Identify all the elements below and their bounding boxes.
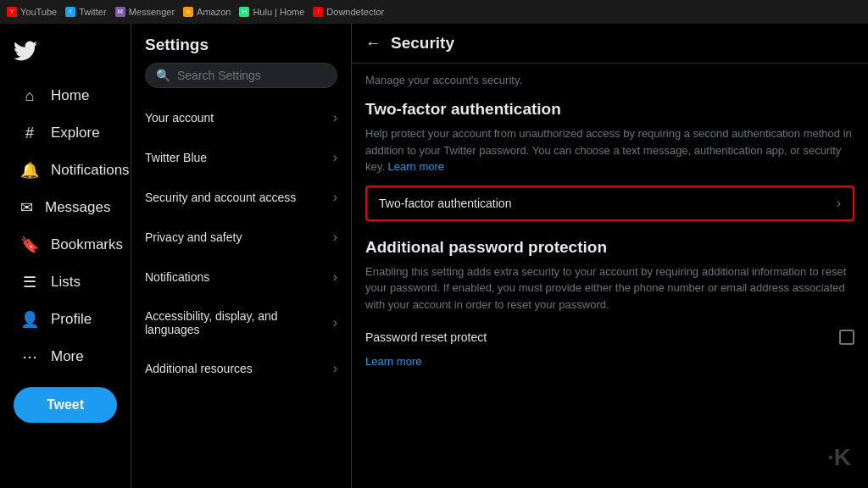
settings-menu: Your account › Twitter Blue › Security a…	[131, 98, 351, 488]
tab-hulu[interactable]: H Hulu | Home	[239, 7, 304, 17]
tweet-button[interactable]: Tweet	[14, 387, 117, 423]
settings-search-box[interactable]: 🔍	[145, 63, 337, 88]
sidebar-item-home-label: Home	[51, 87, 89, 104]
chevron-right-icon: ›	[333, 110, 337, 125]
favicon-messenger-icon: M	[115, 7, 125, 17]
favicon-youtube-icon: Y	[7, 7, 17, 17]
two-factor-authentication-item[interactable]: Two-factor authentication ›	[365, 186, 854, 221]
settings-item-security-access[interactable]: Security and account access ›	[131, 178, 351, 218]
password-reset-row: Password reset protect	[365, 323, 854, 352]
settings-item-your-account[interactable]: Your account ›	[131, 98, 351, 138]
lists-icon: ☰	[20, 273, 39, 291]
settings-item-notifications[interactable]: Notifications ›	[131, 258, 351, 297]
chevron-right-icon: ›	[333, 190, 337, 205]
sidebar-item-messages[interactable]: ✉ Messages	[7, 190, 124, 225]
notifications-icon: 🔔	[20, 161, 39, 180]
search-icon: 🔍	[156, 69, 170, 82]
favicon-hulu-icon: H	[239, 7, 249, 17]
sidebar-item-notifications[interactable]: 🔔 Notifications	[7, 152, 124, 188]
sidebar-item-profile[interactable]: 👤 Profile	[7, 302, 124, 337]
back-button[interactable]: ←	[365, 35, 381, 53]
additional-label: Additional resources	[145, 362, 253, 375]
home-icon: ⌂	[20, 86, 39, 105]
tab-twitter[interactable]: t Twitter	[65, 7, 106, 17]
security-content: Manage your account's security. Two-fact…	[352, 64, 868, 378]
browser-bar: Y YouTube t Twitter M Messenger a Amazon…	[0, 0, 868, 24]
main-layout: ⌂ Home # Explore 🔔 Notifications ✉ Messa…	[0, 24, 868, 488]
settings-item-accessibility[interactable]: Accessibility, display, and languages ›	[131, 297, 351, 349]
two-factor-section-title: Two-factor authentication	[365, 100, 854, 119]
chevron-right-icon: ›	[333, 361, 337, 376]
two-factor-learn-more-link[interactable]: Learn more	[388, 160, 444, 173]
sidebar-item-lists-label: Lists	[51, 274, 81, 291]
tfa-chevron-icon: ›	[837, 196, 841, 211]
twitter-logo[interactable]	[0, 32, 131, 72]
explore-icon: #	[20, 124, 39, 142]
watermark: ·K	[827, 444, 851, 471]
security-panel: ← Security Manage your account's securit…	[352, 24, 868, 488]
favicon-amazon-icon: a	[183, 7, 193, 17]
settings-item-twitter-blue[interactable]: Twitter Blue ›	[131, 138, 351, 178]
sidebar-item-explore-label: Explore	[51, 125, 100, 141]
twitter-bird-icon	[14, 39, 37, 63]
password-reset-learn-more-link[interactable]: Learn more	[365, 355, 854, 368]
additional-password-description: Enabling this setting adds extra securit…	[365, 263, 854, 313]
settings-panel: Settings 🔍 Your account › Twitter Blue ›…	[131, 24, 352, 488]
chevron-right-icon: ›	[333, 315, 337, 330]
password-reset-checkbox[interactable]	[839, 330, 854, 345]
bookmarks-icon: 🔖	[20, 236, 39, 254]
favicon-twitter-icon: t	[65, 7, 75, 17]
sidebar-item-messages-label: Messages	[45, 199, 110, 216]
sidebar-item-more[interactable]: ⋯ More	[7, 339, 124, 374]
more-icon: ⋯	[20, 347, 39, 366]
search-input[interactable]	[177, 69, 326, 82]
privacy-safety-label: Privacy and safety	[145, 230, 242, 244]
security-title: Security	[391, 34, 454, 53]
manage-account-text: Manage your account's security.	[365, 74, 854, 86]
sidebar-item-lists[interactable]: ☰ Lists	[7, 264, 124, 300]
sidebar-item-bookmarks-label: Bookmarks	[51, 236, 123, 253]
two-factor-description: Help protect your account from unauthori…	[365, 125, 854, 175]
tab-youtube[interactable]: Y YouTube	[7, 7, 57, 17]
tfa-item-label: Two-factor authentication	[379, 197, 511, 210]
profile-icon: 👤	[20, 310, 39, 329]
settings-title: Settings	[131, 24, 351, 63]
chevron-right-icon: ›	[333, 230, 337, 245]
security-header: ← Security	[352, 24, 868, 64]
chevron-right-icon: ›	[333, 150, 337, 165]
twitter-blue-label: Twitter Blue	[145, 151, 207, 164]
additional-password-section-title: Additional password protection	[365, 238, 854, 257]
settings-item-privacy-safety[interactable]: Privacy and safety ›	[131, 218, 351, 258]
sidebar-item-notifications-label: Notifications	[51, 162, 130, 179]
sidebar-item-bookmarks[interactable]: 🔖 Bookmarks	[7, 227, 124, 263]
sidebar-item-more-label: More	[51, 348, 84, 365]
favicon-downdetector-icon: !	[313, 7, 323, 17]
chevron-right-icon: ›	[333, 269, 337, 285]
security-access-label: Security and account access	[145, 191, 296, 204]
notifications-label: Notifications	[145, 270, 209, 284]
tab-amazon[interactable]: a Amazon	[183, 7, 231, 17]
sidebar-item-profile-label: Profile	[51, 311, 92, 328]
settings-item-additional[interactable]: Additional resources ›	[131, 349, 351, 389]
messages-icon: ✉	[20, 198, 33, 217]
sidebar-item-home[interactable]: ⌂ Home	[7, 78, 124, 114]
sidebar-item-explore[interactable]: # Explore	[7, 115, 124, 151]
password-reset-label: Password reset protect	[365, 330, 487, 344]
your-account-label: Your account	[145, 111, 214, 125]
accessibility-label: Accessibility, display, and languages	[145, 309, 333, 336]
sidebar: ⌂ Home # Explore 🔔 Notifications ✉ Messa…	[0, 24, 131, 488]
tab-downdetector[interactable]: ! Downdetector	[313, 7, 384, 17]
tab-messenger[interactable]: M Messenger	[115, 7, 175, 17]
